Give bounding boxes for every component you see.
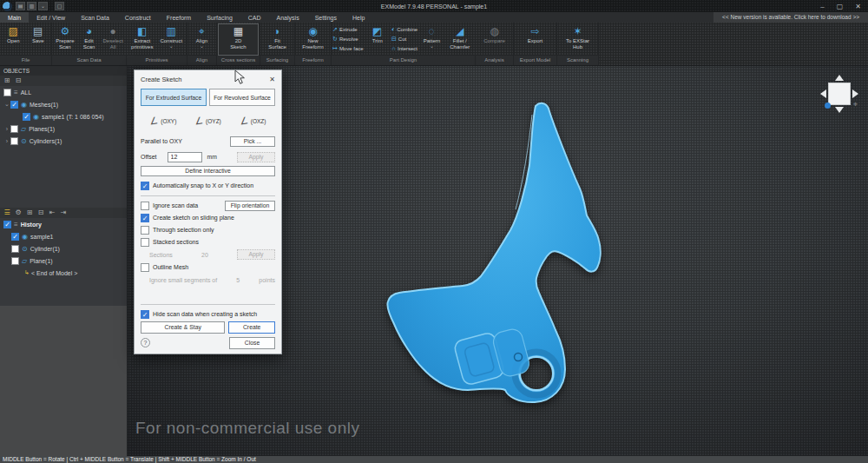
- quickbar-save-icon[interactable]: ▤: [16, 2, 25, 10]
- tree-item-history[interactable]: ≡ History: [0, 218, 127, 230]
- history-step-back-icon[interactable]: ⇤: [48, 208, 56, 217]
- menu-tab-construct[interactable]: Construct: [117, 12, 159, 23]
- pattern-button[interactable]: ◌ Pattern ⌄: [418, 23, 445, 56]
- hide-scan-data-checkbox[interactable]: [141, 310, 149, 319]
- collapse-all-icon[interactable]: ⊟: [14, 76, 23, 85]
- chevron-right-icon[interactable]: ›: [3, 126, 10, 132]
- checkbox[interactable]: [11, 245, 19, 253]
- app-logo-icon[interactable]: [3, 2, 12, 11]
- flip-orientation-button[interactable]: Flip orientation: [225, 201, 275, 211]
- prepare-scan-button[interactable]: ⚙ Prepare Scan: [53, 23, 77, 56]
- chevron-right-icon[interactable]: ›: [3, 138, 10, 144]
- intersect-button[interactable]: ∩ Intersect: [391, 44, 418, 53]
- snap-checkbox[interactable]: [141, 182, 149, 190]
- align-button[interactable]: ⌖ Align ⌄: [188, 23, 215, 56]
- fillet-chamfer-button[interactable]: ◢ Fillet / Chamfer: [446, 23, 474, 56]
- export-button[interactable]: ⇨ Export: [515, 23, 556, 56]
- navcube-arrow-down-icon[interactable]: [835, 107, 844, 113]
- navcube-face[interactable]: [828, 83, 851, 105]
- history-expand-icon[interactable]: ⊞: [25, 208, 34, 217]
- edit-scan-button[interactable]: ◕ Edit Scan: [77, 23, 102, 56]
- navcube-arrow-up-icon[interactable]: [835, 75, 844, 81]
- menu-tab-freeform[interactable]: Freeform: [159, 12, 199, 23]
- combine-button[interactable]: ◐ Combine: [391, 25, 418, 34]
- checkbox[interactable]: [11, 233, 19, 241]
- menu-tab-analysis[interactable]: Analysis: [269, 12, 307, 23]
- update-notification-link[interactable]: << New version is available. Click here …: [713, 12, 868, 23]
- tree-item-history-cylinder[interactable]: ⊙ Cylinder(1): [0, 242, 127, 255]
- tree-item-history-plane[interactable]: ▱ Plane(1): [0, 255, 127, 267]
- deselect-all-button[interactable]: ● Deselect All: [101, 23, 125, 56]
- revolve-button[interactable]: ↻ Revolve: [332, 35, 364, 43]
- compare-button[interactable]: ◍ Compare: [477, 23, 512, 56]
- tree-item-planes[interactable]: › ▱ Planes(1): [0, 122, 127, 135]
- save-button[interactable]: ▤ Save: [26, 23, 51, 56]
- menu-tab-surfacing[interactable]: Surfacing: [199, 12, 240, 23]
- navcube-arrow-left-icon[interactable]: [820, 89, 826, 98]
- pick-button[interactable]: Pick ...: [230, 136, 275, 147]
- open-button[interactable]: ▨ Open: [1, 23, 26, 56]
- cut-button[interactable]: ⊟ Cut: [391, 35, 418, 43]
- quickbar-open-icon[interactable]: ▥: [27, 2, 36, 10]
- minimize-button[interactable]: –: [820, 3, 824, 10]
- menu-tab-scan-data[interactable]: Scan Data: [73, 12, 117, 23]
- dialog-close-icon[interactable]: ✕: [269, 76, 275, 83]
- checkbox[interactable]: [3, 221, 11, 228]
- menu-tab-main[interactable]: Main: [0, 12, 29, 23]
- new-freeform-button[interactable]: ◉ New Freeform: [296, 23, 330, 56]
- navcube-origin-dot[interactable]: [825, 103, 831, 109]
- fit-surface-button[interactable]: ◗ Fit Surface: [261, 23, 293, 56]
- history-list-icon[interactable]: ☰: [3, 208, 11, 217]
- extrude-button[interactable]: ↗ Extrude: [332, 25, 364, 34]
- navcube-arrow-right-icon[interactable]: [852, 89, 858, 98]
- tree-item-meshes[interactable]: ⌄ ◉ Meshes(1): [0, 98, 127, 110]
- plane-oyz-button[interactable]: ∠ (OYZ): [186, 116, 231, 127]
- 2d-sketch-button[interactable]: ▦ 2D Sketch: [218, 23, 259, 56]
- create-and-stay-button[interactable]: Create & Stay: [141, 321, 225, 334]
- tree-item-end-of-model[interactable]: ↳ < End of Model >: [0, 267, 127, 279]
- to-exstar-hub-button[interactable]: ✶ To EXStar Hub: [558, 23, 597, 56]
- menu-tab-edit-view[interactable]: Edit / View: [29, 12, 73, 23]
- offset-input[interactable]: [168, 152, 202, 162]
- checkbox[interactable]: [23, 113, 30, 121]
- create-button[interactable]: Create: [228, 321, 275, 334]
- chevron-down-icon[interactable]: ⌄: [3, 101, 10, 108]
- tree-item-sample1[interactable]: ◉ sample1 (T: 1 086 054): [0, 110, 127, 122]
- menu-tab-cad[interactable]: CAD: [240, 12, 269, 23]
- quickbar-dropdown-icon[interactable]: ⌄: [38, 2, 48, 10]
- quickbar-extra-icon[interactable]: ▢: [55, 2, 64, 10]
- sliding-plane-checkbox[interactable]: [141, 214, 149, 222]
- sections-apply-button[interactable]: Apply: [237, 249, 275, 260]
- ignore-scan-data-checkbox[interactable]: [141, 202, 149, 210]
- plane-oxy-button[interactable]: ∠ (OXY): [141, 116, 186, 127]
- tree-item-cylinders[interactable]: › ⊙ Cylinders(1): [0, 135, 127, 147]
- move-face-button[interactable]: ↦ Move face: [332, 44, 364, 53]
- history-collapse-icon[interactable]: ⊟: [36, 208, 45, 217]
- tree-item-all[interactable]: ≡ ALL: [0, 86, 127, 98]
- view-navigation-widget[interactable]: ✛: [819, 73, 860, 115]
- define-interactive-button[interactable]: Define interactive: [141, 166, 275, 176]
- offset-apply-button[interactable]: Apply: [237, 152, 275, 162]
- checkbox[interactable]: [3, 89, 11, 96]
- for-extruded-surface-toggle[interactable]: For Extruded Surface: [141, 89, 207, 106]
- plane-oxz-button[interactable]: ∠ (OXZ): [230, 116, 275, 127]
- tree-item-history-sample1[interactable]: ◉ sample1: [0, 230, 127, 242]
- construct-button[interactable]: ▥ Construct ⌄: [157, 23, 187, 56]
- close-button[interactable]: ✕: [855, 3, 861, 10]
- help-icon[interactable]: ?: [141, 338, 150, 347]
- expand-all-icon[interactable]: ⊞: [3, 76, 11, 85]
- checkbox[interactable]: [10, 125, 18, 133]
- dialog-close-button[interactable]: Close: [229, 337, 275, 349]
- trim-button[interactable]: ◩ Trim: [364, 23, 391, 56]
- history-settings-icon[interactable]: ⚙: [14, 208, 23, 217]
- menu-tab-settings[interactable]: Settings: [307, 12, 345, 23]
- outline-mesh-checkbox[interactable]: [141, 263, 149, 272]
- checkbox[interactable]: [11, 257, 19, 265]
- for-revolved-surface-toggle[interactable]: For Revolved Surface: [209, 89, 275, 106]
- through-selection-checkbox[interactable]: [141, 226, 149, 235]
- maximize-button[interactable]: ▢: [837, 3, 844, 10]
- extract-primitives-button[interactable]: ◧ Extract primitives: [128, 23, 157, 56]
- history-step-forward-icon[interactable]: ⇥: [59, 208, 68, 217]
- stacked-sections-checkbox[interactable]: [141, 238, 149, 247]
- checkbox[interactable]: [10, 137, 18, 145]
